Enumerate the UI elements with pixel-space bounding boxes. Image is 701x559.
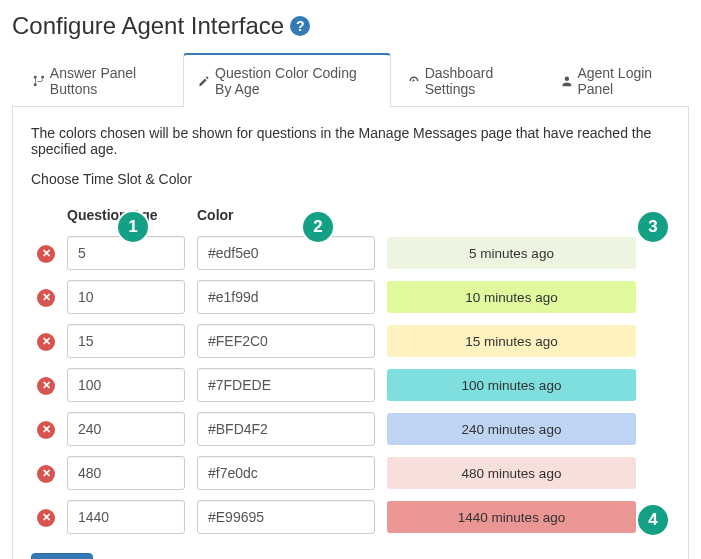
delete-row-button[interactable]: ✕	[37, 509, 55, 527]
col-header-color: Color	[191, 201, 381, 231]
color-hex-input[interactable]	[197, 324, 375, 358]
tabs: Answer Panel Buttons Question Color Codi…	[12, 52, 689, 107]
question-age-input[interactable]	[67, 236, 185, 270]
color-preview: 10 minutes ago	[387, 281, 636, 313]
callout-2: 2	[303, 212, 333, 242]
question-age-input[interactable]	[67, 280, 185, 314]
tab-agent-login-panel[interactable]: Agent Login Panel	[546, 53, 689, 107]
dashboard-icon	[408, 74, 420, 88]
table-row: ✕480 minutes ago	[31, 451, 670, 495]
tab-answer-panel-buttons[interactable]: Answer Panel Buttons	[18, 53, 181, 107]
callout-4: 4	[638, 505, 668, 535]
tab-dashboard-settings[interactable]: Dashboard Settings	[393, 53, 544, 107]
table-row: ✕15 minutes ago	[31, 319, 670, 363]
question-age-input[interactable]	[67, 412, 185, 446]
color-rows-table: Question Age Color ✕5 minutes ago✕10 min…	[31, 201, 670, 539]
page-title-text: Configure Agent Interface	[12, 12, 284, 40]
color-hex-input[interactable]	[197, 456, 375, 490]
color-preview: 1440 minutes ago	[387, 501, 636, 533]
callout-3: 3	[638, 212, 668, 242]
color-hex-input[interactable]	[197, 368, 375, 402]
tab-label: Answer Panel Buttons	[50, 65, 166, 97]
color-preview: 480 minutes ago	[387, 457, 636, 489]
color-hex-input[interactable]	[197, 280, 375, 314]
color-preview: 15 minutes ago	[387, 325, 636, 357]
question-age-input[interactable]	[67, 456, 185, 490]
user-icon	[561, 74, 573, 88]
color-hex-input[interactable]	[197, 412, 375, 446]
branch-icon	[33, 74, 45, 88]
subhead: Choose Time Slot & Color	[31, 171, 670, 187]
color-preview: 5 minutes ago	[387, 237, 636, 269]
delete-row-button[interactable]: ✕	[37, 465, 55, 483]
color-preview: 240 minutes ago	[387, 413, 636, 445]
delete-row-button[interactable]: ✕	[37, 421, 55, 439]
delete-row-button[interactable]: ✕	[37, 289, 55, 307]
save-button[interactable]: Save	[31, 553, 93, 559]
table-row: ✕100 minutes ago	[31, 363, 670, 407]
question-age-input[interactable]	[67, 500, 185, 534]
color-hex-input[interactable]	[197, 500, 375, 534]
tab-label: Agent Login Panel	[577, 65, 674, 97]
question-age-input[interactable]	[67, 324, 185, 358]
color-preview: 100 minutes ago	[387, 369, 636, 401]
question-age-input[interactable]	[67, 368, 185, 402]
tab-content: The colors chosen will be shown for ques…	[12, 107, 689, 559]
delete-row-button[interactable]: ✕	[37, 333, 55, 351]
help-icon[interactable]: ?	[290, 16, 310, 36]
table-row: ✕10 minutes ago	[31, 275, 670, 319]
table-row: ✕240 minutes ago	[31, 407, 670, 451]
tab-label: Dashboard Settings	[425, 65, 529, 97]
tab-question-color-coding[interactable]: Question Color Coding By Age	[183, 53, 391, 107]
tab-label: Question Color Coding By Age	[215, 65, 376, 97]
page-title: Configure Agent Interface ?	[12, 12, 689, 40]
table-row: ✕1440 minutes ago+	[31, 495, 670, 539]
delete-row-button[interactable]: ✕	[37, 377, 55, 395]
delete-row-button[interactable]: ✕	[37, 245, 55, 263]
description: The colors chosen will be shown for ques…	[31, 125, 670, 157]
color-hex-input[interactable]	[197, 236, 375, 270]
callout-1: 1	[118, 212, 148, 242]
pencil-icon	[198, 74, 210, 88]
